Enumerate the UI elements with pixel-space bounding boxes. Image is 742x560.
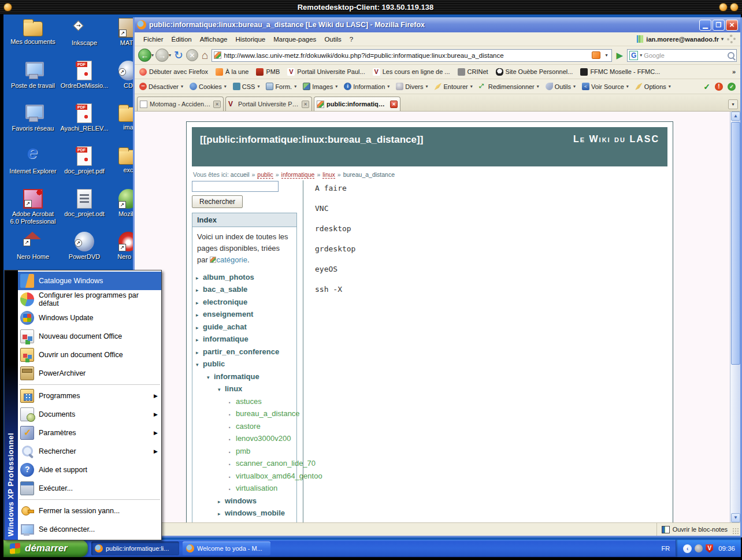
firefox-titlebar[interactable]: public:informatique:linux:bureau_a_dista… bbox=[135, 17, 740, 32]
start-menu-item-nouveau-document-office[interactable]: Nouveau document Office bbox=[18, 327, 161, 346]
start-menu-item-programmes[interactable]: Programmes▶ bbox=[18, 387, 161, 405]
start-menu-item-documents[interactable]: Documents▶ bbox=[18, 405, 161, 424]
tree-link[interactable]: guide_achat bbox=[203, 321, 247, 333]
tree-link[interactable]: album_photos bbox=[203, 272, 254, 283]
menu-marquepages[interactable]: Marque-pages bbox=[269, 34, 320, 44]
go-button[interactable]: ▶ bbox=[614, 50, 625, 61]
webdev-css-menu[interactable]: CSS bbox=[233, 83, 260, 90]
url-dropdown-arrow[interactable]: ▾ bbox=[603, 53, 610, 58]
bookmarks-overflow-chevron[interactable]: » bbox=[732, 68, 736, 75]
minimize-button[interactable]: ▁ bbox=[699, 20, 711, 31]
start-menu-item-powerarchiver[interactable]: PowerArchiver bbox=[18, 364, 161, 383]
menu-dition[interactable]: Édition bbox=[168, 34, 196, 44]
tree-link[interactable]: informatique bbox=[203, 333, 248, 345]
desktop-icon-ordredemissio-[interactable]: OrdreDeMissio... bbox=[60, 61, 109, 90]
tray-collapse-icon[interactable]: ‹ bbox=[683, 544, 692, 553]
tree-row[interactable]: ▪virtualisation bbox=[196, 483, 294, 495]
category-link[interactable]: catégorie bbox=[216, 255, 247, 264]
webdev-divers-menu[interactable]: Divers bbox=[396, 83, 428, 90]
reload-button[interactable]: ↻ bbox=[173, 49, 184, 62]
taskbar-button[interactable]: Welcome to yoda - M... bbox=[183, 542, 270, 555]
menu-affichage[interactable]: Affichage bbox=[196, 34, 232, 44]
search-input[interactable]: Google bbox=[644, 52, 726, 59]
tree-row[interactable]: ▸recherche bbox=[196, 520, 294, 522]
remote-minimize-button[interactable] bbox=[719, 3, 728, 12]
tree-link[interactable]: informatique bbox=[214, 371, 259, 383]
tray-antivirus-icon[interactable]: V bbox=[706, 544, 713, 553]
desktop-icon-mes-documents[interactable]: Mes documents bbox=[9, 18, 57, 46]
tree-row[interactable]: ▸electronique bbox=[196, 296, 294, 309]
tree-row[interactable]: ▸enseignement bbox=[196, 309, 294, 321]
tree-link[interactable]: bureau_a_distance bbox=[236, 408, 300, 420]
tree-row[interactable]: ▸informatique bbox=[196, 333, 294, 346]
start-button[interactable]: démarrer bbox=[3, 540, 88, 557]
tree-link[interactable]: virtualisation bbox=[236, 483, 277, 494]
search-box[interactable]: G ▾ Google bbox=[627, 49, 737, 62]
language-indicator[interactable]: FR bbox=[656, 545, 676, 552]
tab-inactive[interactable]: Portail Universite Paul Verlaine - Metz✕ bbox=[225, 97, 312, 111]
desktop-icon-favoris-r-seau[interactable]: Favoris réseau bbox=[9, 103, 57, 132]
tree-link[interactable]: windows_mobile bbox=[225, 507, 285, 519]
bookmark-item[interactable]: Portail Universite Paul... bbox=[287, 68, 365, 76]
forward-button[interactable]: → bbox=[155, 49, 169, 62]
start-menu-item-ex-cuter-[interactable]: Exécuter... bbox=[18, 479, 161, 498]
tree-row[interactable]: ▪astuces bbox=[196, 396, 294, 409]
taskbar-button[interactable]: public:informatique:li... bbox=[91, 542, 179, 555]
tree-link[interactable]: castore bbox=[236, 421, 261, 432]
webdev-outils-menu[interactable]: Outils bbox=[546, 83, 576, 90]
close-button[interactable]: ✕ bbox=[726, 20, 738, 31]
webdev-info-menu[interactable]: Information bbox=[344, 83, 389, 90]
webdev-ok-icon[interactable]: ✓ bbox=[728, 83, 736, 91]
desktop-icon-powerdvd[interactable]: PowerDVD bbox=[60, 232, 109, 261]
start-menu-item-se-d-connecter-[interactable]: Se déconnecter... bbox=[18, 520, 161, 539]
tray-network-icon[interactable] bbox=[695, 544, 703, 552]
remote-close-button[interactable] bbox=[730, 3, 739, 12]
tree-link[interactable]: enseignement bbox=[203, 309, 253, 320]
tab-close-button[interactable]: ✕ bbox=[213, 101, 221, 108]
back-dropdown-arrow[interactable]: ▾ bbox=[151, 53, 154, 58]
tree-link[interactable]: linux bbox=[225, 383, 242, 395]
start-menu-item-windows-update[interactable]: Windows Update bbox=[18, 309, 161, 327]
webdev-entourer-menu[interactable]: Entourer bbox=[434, 83, 472, 90]
tree-link[interactable]: pmb bbox=[236, 446, 250, 457]
rss-feed-icon[interactable] bbox=[592, 51, 600, 59]
tab-close-button[interactable]: ✕ bbox=[302, 101, 309, 108]
tree-row[interactable]: ▾public bbox=[196, 358, 294, 371]
tree-row[interactable]: ▸partir_en_conference bbox=[196, 346, 294, 359]
tree-link[interactable]: recherche bbox=[203, 520, 239, 522]
bookmark-item[interactable]: Les cours en ligne de ... bbox=[373, 68, 450, 76]
bookmark-item[interactable]: CRINet bbox=[458, 68, 488, 76]
webdev-resize-menu[interactable]: Redimensionner bbox=[479, 83, 539, 90]
account-widget[interactable]: ian.morere@wanadoo.fr ▾ bbox=[637, 35, 724, 43]
gear-icon[interactable] bbox=[727, 35, 736, 43]
bookmark-item[interactable]: PMB bbox=[256, 68, 280, 76]
search-engine-dropdown[interactable]: ▾ bbox=[640, 53, 642, 58]
webdev-error-icon[interactable]: ! bbox=[715, 83, 723, 91]
maximize-button[interactable]: ❒ bbox=[713, 20, 725, 31]
desktop-icon-doc-projet-odt[interactable]: doc_projet.odt bbox=[60, 189, 109, 218]
tree-row[interactable]: ▾informatique bbox=[196, 371, 294, 384]
start-menu-item-ouvrir-un-document-office[interactable]: Ouvrir un document Office bbox=[18, 346, 161, 364]
tree-row[interactable]: ▸album_photos bbox=[196, 272, 294, 284]
forward-dropdown-arrow[interactable]: ▾ bbox=[169, 53, 171, 58]
tree-row[interactable]: ▪castore bbox=[196, 421, 294, 433]
tree-row[interactable]: ▾linux bbox=[196, 383, 294, 396]
tree-link[interactable]: public bbox=[203, 358, 225, 370]
bookmark-item[interactable]: Site Ouèbe Personnel... bbox=[496, 68, 573, 76]
start-menu-item-param-tres[interactable]: Paramètres▶ bbox=[18, 424, 161, 442]
breadcrumb-link[interactable]: public bbox=[257, 171, 273, 179]
tree-link[interactable]: electronique bbox=[203, 296, 247, 308]
desktop-icon-internet-explorer[interactable]: Internet Explorer bbox=[9, 146, 57, 175]
tree-row[interactable]: ▪bureau_a_distance bbox=[196, 408, 294, 421]
address-bar[interactable]: http://www.lasc.univ-metz.fr/dokuwiki/do… bbox=[212, 49, 612, 62]
bookmark-item[interactable]: À la une bbox=[216, 68, 248, 76]
tree-link[interactable]: lenovo3000v200 bbox=[236, 433, 291, 444]
url-text[interactable]: http://www.lasc.univ-metz.fr/dokuwiki/do… bbox=[224, 52, 589, 59]
webdev-disable-menu[interactable]: Désactiver bbox=[139, 83, 183, 90]
breadcrumb-link[interactable]: informatique bbox=[281, 171, 315, 179]
tab-close-button[interactable]: ✕ bbox=[390, 101, 398, 108]
scroll-up-arrow[interactable]: ▲ bbox=[731, 112, 740, 121]
bookmark-item[interactable]: Débuter avec Firefox bbox=[139, 68, 208, 76]
remote-window-menu-button[interactable] bbox=[3, 3, 12, 12]
tree-row[interactable]: ▪virtualbox_amd64_gentoo bbox=[196, 470, 294, 483]
